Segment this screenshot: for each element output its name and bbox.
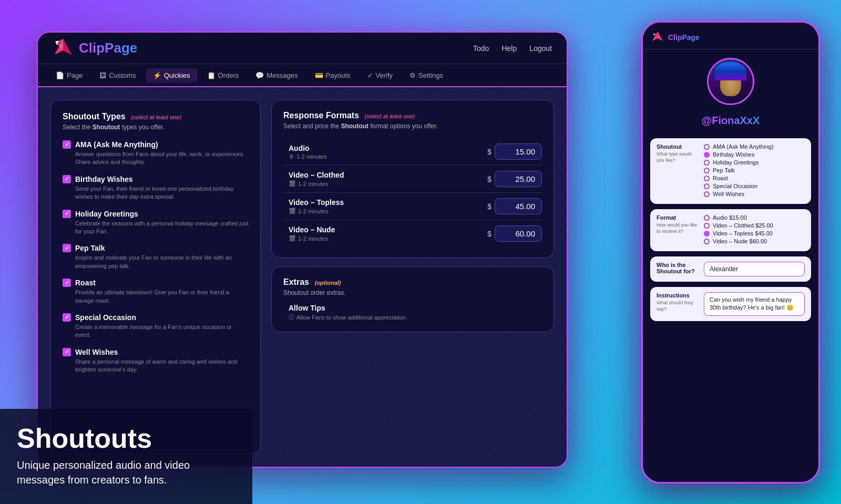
checkbox-pep[interactable] (63, 244, 71, 252)
video-nude-price-input[interactable] (495, 225, 542, 242)
nav-todo[interactable]: Todo (473, 44, 489, 53)
shoutout-item-special: Special Occasion Create a memorable mess… (63, 313, 249, 340)
shoutout-opt-birthday[interactable]: Birthday Wishes (704, 151, 805, 158)
nav-quickies[interactable]: ⚡ Quickies (146, 68, 198, 83)
customs-icon: 🖼 (99, 71, 106, 79)
shoutout-item-roast: Roast Provide an ultimate takedown! Give… (63, 279, 249, 305)
svg-marker-5 (652, 32, 663, 41)
format-opt-topless[interactable]: Video – Topless $45.00 (704, 230, 805, 236)
promo-heading: Shoutouts (17, 424, 235, 454)
checkbox-special[interactable] (63, 313, 71, 322)
video-clothed-label: Video – Clothed (289, 171, 344, 179)
nav-customs[interactable]: 🖼 Customs (92, 68, 143, 83)
radio-wellwishes-label: Well Wishes (713, 191, 744, 197)
radio-special[interactable] (704, 183, 710, 189)
shoutout-item-pep: Pep Talk Inspire and motivate your Fan o… (63, 244, 249, 270)
format-opt-audio[interactable]: Audio $15.00 (704, 214, 805, 221)
format-video-clothed: Video – Clothed 🎬 1-2 minutes $ (283, 166, 542, 193)
extras-subtitle: Shoutout order extras. (283, 289, 542, 296)
who-input[interactable] (704, 262, 805, 276)
checkbox-wellwishes[interactable] (63, 348, 71, 356)
nav-settings[interactable]: ⚙ Settings (402, 68, 450, 83)
orders-icon: 📋 (207, 71, 216, 79)
nav-messages-label: Messages (266, 71, 298, 79)
response-formats-badge: (select at least one) (365, 113, 415, 119)
nav-page[interactable]: 📄 Page (48, 68, 90, 83)
radio-pep[interactable] (704, 168, 710, 173)
format-opt-nude[interactable]: Video – Nude $60.00 (704, 238, 805, 244)
ama-label: AMA (Ask Me Anything) (75, 140, 158, 149)
video-topless-price-input[interactable] (495, 198, 542, 214)
radio-format-topless-label: Video – Topless $45.00 (713, 230, 773, 236)
phone-username-text: @FionaXxX (702, 115, 760, 126)
phone-format-row: Format How would you like to receive it?… (650, 209, 811, 251)
radio-format-audio[interactable] (704, 215, 710, 221)
video-clothed-duration: 🎬 1-2 minutes (289, 180, 344, 187)
instructions-textarea[interactable]: Can you wish my friend a happy 30th birt… (704, 292, 805, 316)
radio-format-topless[interactable] (704, 231, 710, 236)
radio-birthday-label: Birthday Wishes (713, 151, 754, 158)
nav-help[interactable]: Help (501, 44, 517, 53)
phone-avatar (707, 58, 754, 105)
nav-settings-label: Settings (418, 71, 443, 79)
nav-customs-label: Customs (109, 71, 136, 79)
format-label: Format (657, 214, 699, 221)
audio-price-input[interactable] (495, 143, 542, 160)
shoutout-options: AMA (Ask Me Anything) Birthday Wishes Ho… (704, 143, 805, 199)
shoutout-opt-wellwishes[interactable]: Well Wishes (704, 191, 805, 197)
shoutout-sublabel: What type would you like? (657, 151, 699, 163)
extras-panel: Extras (optional) Shoutout order extras.… (271, 266, 554, 332)
checkbox-roast[interactable] (63, 279, 71, 287)
radio-ama[interactable] (704, 144, 710, 150)
settings-icon: ⚙ (409, 71, 416, 79)
special-label: Special Occasion (75, 313, 136, 322)
shoutout-opt-ama[interactable]: AMA (Ask Me Anything) (704, 143, 805, 150)
shoutout-opt-special[interactable]: Special Occasion (704, 183, 805, 189)
promo-text-block: Shoutouts Unique personalized audio and … (0, 409, 252, 504)
video-clothed-price-input[interactable] (495, 171, 542, 187)
payouts-icon: 💳 (315, 71, 323, 79)
shoutout-opt-pep[interactable]: Pep Talk (704, 167, 805, 173)
format-video-topless: Video – Topless 🎬 1-2 minutes $ (283, 193, 542, 220)
nav-payouts[interactable]: 💳 Payouts (307, 68, 358, 83)
radio-format-nude[interactable] (704, 239, 710, 244)
shoutout-opt-holiday[interactable]: Holiday Greetings (704, 159, 805, 166)
video-topless-label: Video – Topless (289, 198, 344, 207)
who-label-col: Who is the Shoutout for? (657, 262, 699, 276)
shoutout-types-title: Shoutout Types (select at least one) (63, 112, 249, 121)
svg-marker-6 (653, 34, 655, 36)
video-nude-price-row: $ (487, 225, 542, 242)
promo-subtext: Unique personalized audio and video mess… (17, 458, 235, 487)
nav-verify[interactable]: ✓ Verify (360, 68, 401, 83)
who-label: Who is the Shoutout for? (657, 262, 699, 274)
instructions-sublabel: What should they say? (657, 300, 699, 312)
nav-quickies-label: Quickies (164, 71, 190, 79)
extras-allow-tips: Allow Tips ⓘ Allow Fans to show addition… (283, 304, 542, 321)
video-topless-price-row: $ (487, 198, 542, 214)
format-opt-clothed[interactable]: Video – Clothed $25.00 (704, 222, 805, 229)
shoutout-types-panel: Shoutout Types (select at least one) Sel… (50, 100, 261, 454)
wellwishes-desc: Share a personal message of warm and car… (75, 358, 249, 374)
tablet-navbar: 📄 Page 🖼 Customs ⚡ Quickies 📋 Orders 💬 M… (38, 64, 567, 87)
audio-price-row: $ (487, 143, 542, 160)
nav-orders-label: Orders (218, 71, 239, 79)
radio-holiday[interactable] (704, 160, 710, 166)
checkbox-ama[interactable] (63, 140, 71, 149)
phone-logo-icon (651, 31, 664, 44)
shoutout-label: Shoutout (657, 143, 699, 150)
roast-label: Roast (75, 279, 96, 287)
response-formats-title: Response Formats (select at least one) (283, 111, 542, 120)
nav-messages[interactable]: 💬 Messages (248, 68, 305, 83)
radio-birthday[interactable] (704, 152, 710, 158)
nav-verify-label: Verify (376, 71, 393, 79)
radio-format-clothed[interactable] (704, 223, 710, 229)
checkbox-holiday[interactable] (63, 210, 71, 218)
page-icon: 📄 (56, 71, 64, 79)
checkbox-birthday[interactable] (63, 175, 71, 183)
shoutout-opt-roast[interactable]: Roast (704, 175, 805, 181)
radio-roast[interactable] (704, 176, 710, 181)
shoutout-item-wellwishes: Well Wishes Share a personal message of … (63, 348, 249, 374)
nav-orders[interactable]: 📋 Orders (200, 68, 247, 83)
nav-logout[interactable]: Logout (529, 44, 552, 53)
radio-wellwishes[interactable] (704, 191, 710, 197)
